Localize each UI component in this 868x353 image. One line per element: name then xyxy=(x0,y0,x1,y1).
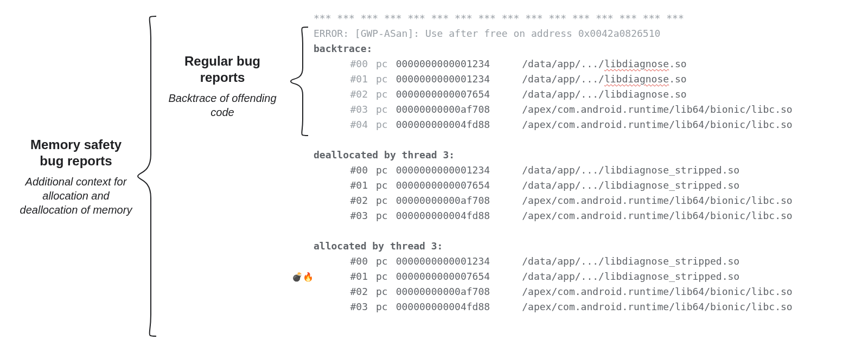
memory-safety-subtitle: Additional context for allocation and de… xyxy=(20,175,132,217)
code-line: allocated by thread 3: xyxy=(314,239,857,254)
code-line: #00 pc 0000000000001234 /data/app/.../li… xyxy=(314,56,857,72)
code-line: *** *** *** *** *** *** *** *** *** *** … xyxy=(314,11,857,26)
code-line xyxy=(314,223,857,239)
code-line xyxy=(314,132,857,147)
code-line: #01 pc 0000000000001234 /data/app/.../li… xyxy=(314,72,857,87)
memory-safety-title: Memory safety bug reports xyxy=(20,137,132,169)
code-line: #03 pc 000000000004fd88 /apex/com.androi… xyxy=(314,208,857,223)
code-line: #03 pc 000000000004fd88 /apex/com.androi… xyxy=(314,299,857,315)
regular-bug-subtitle: Backtrace of offending code xyxy=(161,91,284,119)
code-line: #00 pc 0000000000001234 /data/app/.../li… xyxy=(314,254,857,269)
code-line: 💣🔥#01 pc 0000000000007654 /data/app/.../… xyxy=(314,269,857,284)
code-line: deallocated by thread 3: xyxy=(314,147,857,163)
code-line: #04 pc 000000000004fd88 /apex/com.androi… xyxy=(314,117,857,132)
code-line: ERROR: [GWP-ASan]: Use after free on add… xyxy=(314,26,857,41)
regular-bug-title: Regular bug reports xyxy=(161,53,284,86)
code-line: #00 pc 0000000000001234 /data/app/.../li… xyxy=(314,163,857,178)
code-line: #02 pc 0000000000007654 /data/app/.../li… xyxy=(314,87,857,102)
memory-safety-label-block: Memory safety bug reports Additional con… xyxy=(16,11,136,342)
regular-bug-label-block: Regular bug reports Backtrace of offendi… xyxy=(157,11,288,342)
crash-report: *** *** *** *** *** *** *** *** *** *** … xyxy=(309,11,857,342)
code-line: #03 pc 00000000000af708 /apex/com.androi… xyxy=(314,102,857,117)
code-line: #02 pc 00000000000af708 /apex/com.androi… xyxy=(314,193,857,208)
code-line: #01 pc 0000000000007654 /data/app/.../li… xyxy=(314,178,857,193)
brace-small xyxy=(288,11,309,342)
code-line: backtrace: xyxy=(314,41,857,56)
code-line: #02 pc 00000000000af708 /apex/com.androi… xyxy=(314,284,857,299)
brace-large xyxy=(136,11,157,342)
bomb-fire-icon: 💣🔥 xyxy=(292,269,314,285)
